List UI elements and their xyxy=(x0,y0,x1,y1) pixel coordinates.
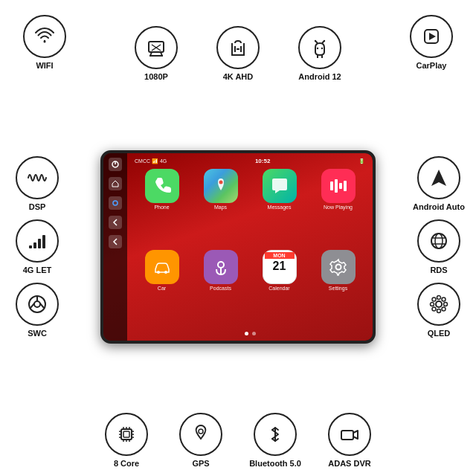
4kahd-block: 4K AHD xyxy=(208,26,268,82)
gps-icon xyxy=(189,422,213,446)
app-messages: Messages xyxy=(252,169,306,245)
app-phone-label: Phone xyxy=(154,205,169,210)
svg-rect-56 xyxy=(121,429,132,440)
right-icons: Android Auto RDS xyxy=(405,156,472,339)
gps-label: GPS xyxy=(192,459,209,469)
sidebar-back xyxy=(109,216,122,229)
svg-point-10 xyxy=(317,48,318,49)
screen-status-bar: CMCC 📶 4G 10:52 🔋 xyxy=(130,156,370,166)
app-settings-label: Settings xyxy=(329,286,347,291)
car-screen: CMCC 📶 4G 10:52 🔋 Phone xyxy=(100,150,376,344)
left-icons: DSP 4G LET xyxy=(4,156,71,339)
app-podcasts-label: Podcasts xyxy=(210,286,231,291)
svg-point-14 xyxy=(315,40,316,42)
swc-label: SWC xyxy=(28,329,47,338)
app-settings: Settings xyxy=(311,250,365,327)
screen-time: 10:52 xyxy=(255,158,270,164)
8core-block: 8 Core xyxy=(97,413,156,469)
swc-icon-circle xyxy=(16,283,59,326)
dot-2 xyxy=(252,332,256,335)
screen-dots xyxy=(130,329,370,338)
svg-point-55 xyxy=(442,307,446,311)
app-nowplaying-label: Now Playing xyxy=(324,205,353,210)
androidauto-label: Android Auto xyxy=(413,202,465,212)
dsp-icon xyxy=(25,166,49,190)
top-row: WIFI 1080P xyxy=(4,7,472,82)
svg-marker-19 xyxy=(429,33,436,40)
wifi-label: WIFI xyxy=(36,61,53,71)
screen-battery: 🔋 xyxy=(358,158,365,164)
svg-rect-33 xyxy=(330,181,333,190)
svg-rect-34 xyxy=(335,179,338,193)
4glet-icon xyxy=(25,229,49,253)
dsp-icon-circle xyxy=(16,156,59,199)
svg-point-43 xyxy=(431,234,446,248)
sidebar-menu xyxy=(109,235,122,248)
svg-point-32 xyxy=(219,181,222,184)
svg-rect-22 xyxy=(38,239,41,248)
wifi-icon xyxy=(33,25,57,48)
svg-point-50 xyxy=(431,303,434,306)
bluetooth-block: Bluetooth 5.0 xyxy=(245,413,305,469)
svg-point-44 xyxy=(435,234,443,248)
1080p-block: 1080P xyxy=(126,26,186,82)
svg-rect-1 xyxy=(149,42,164,52)
androidauto-icon-circle xyxy=(417,156,460,199)
svg-rect-23 xyxy=(42,235,45,248)
android12-icon-circle xyxy=(298,26,341,69)
svg-rect-20 xyxy=(29,245,32,248)
dsp-label: DSP xyxy=(29,202,46,212)
svg-rect-71 xyxy=(341,431,353,440)
svg-point-39 xyxy=(218,262,224,268)
rds-block: RDS xyxy=(409,219,469,275)
svg-point-25 xyxy=(34,301,40,307)
qled-label: QLED xyxy=(428,329,451,338)
svg-rect-36 xyxy=(344,181,347,191)
svg-point-38 xyxy=(164,271,167,274)
rds-label: RDS xyxy=(430,266,447,275)
adas-icon xyxy=(338,422,361,446)
screen-inner: CMCC 📶 4G 10:52 🔋 Phone xyxy=(103,153,373,341)
app-nowplaying: Now Playing xyxy=(311,169,365,245)
bluetooth-icon xyxy=(263,422,287,446)
svg-point-49 xyxy=(437,309,441,313)
app-podcasts: Podcasts xyxy=(193,250,248,327)
svg-point-51 xyxy=(444,303,448,306)
carplay-icon-circle xyxy=(410,15,453,58)
android12-label: Android 12 xyxy=(298,72,341,82)
gps-icon-circle xyxy=(179,413,222,456)
androidauto-block: Android Auto xyxy=(409,156,469,212)
sidebar-app1 xyxy=(109,196,122,210)
svg-point-37 xyxy=(157,271,160,274)
adas-label: ADAS DVR xyxy=(328,459,370,469)
android12-icon xyxy=(308,36,332,60)
qled-block: QLED xyxy=(409,283,469,338)
1080p-icon xyxy=(144,36,168,60)
androidauto-icon xyxy=(427,166,451,190)
svg-marker-42 xyxy=(431,170,446,186)
adas-block: ADAS DVR xyxy=(320,413,379,469)
4kahd-label: 4K AHD xyxy=(223,72,254,82)
adas-icon-circle xyxy=(328,413,371,456)
sidebar-home xyxy=(109,177,122,190)
sidebar-power xyxy=(109,158,122,171)
bluetooth-label: Bluetooth 5.0 xyxy=(249,459,301,469)
swc-icon xyxy=(25,292,49,316)
4glet-block: 4G LET xyxy=(7,219,67,275)
qled-icon-circle xyxy=(417,283,460,326)
4glet-icon-circle xyxy=(16,219,59,263)
carplay-label: CarPlay xyxy=(416,61,447,71)
1080p-label: 1080P xyxy=(144,72,168,82)
top-center-icons: 1080P 4K AHD xyxy=(126,26,350,82)
svg-point-54 xyxy=(432,307,436,311)
dsp-block: DSP xyxy=(7,156,67,212)
app-phone: Phone xyxy=(135,169,189,245)
dot-1 xyxy=(245,332,248,335)
qled-icon xyxy=(427,292,451,316)
screen-carrier: CMCC 📶 4G xyxy=(135,158,167,164)
4kahd-icon-circle xyxy=(216,26,260,69)
gps-block: GPS xyxy=(171,413,231,469)
screen-sidebar xyxy=(103,153,127,341)
8core-label: 8 Core xyxy=(114,459,139,469)
android12-block: Android 12 xyxy=(290,26,350,82)
